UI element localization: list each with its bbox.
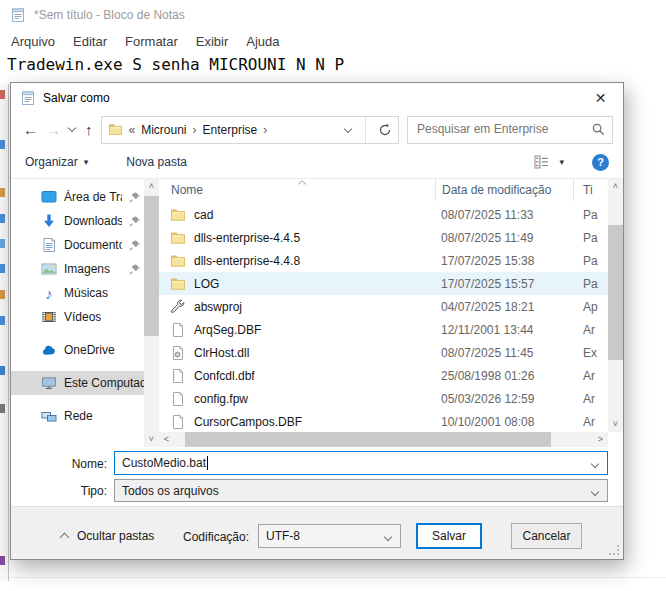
save-as-dialog: Salvar como ✕ ← → ↑ « Microuni›Enterpris… xyxy=(10,82,624,560)
network-icon xyxy=(41,408,57,424)
organize-button[interactable]: Organizar ▾ xyxy=(25,155,88,169)
menu-item-exibir[interactable]: Exibir xyxy=(187,30,238,52)
file-name: dlls-enterprise-4.4.5 xyxy=(194,231,300,245)
file-row[interactable]: LOG 17/07/2025 15:57 Pa xyxy=(159,272,608,295)
menu-item-ajuda[interactable]: Ajuda xyxy=(237,30,288,52)
file-date: 17/07/2025 15:38 xyxy=(441,254,534,268)
file-date: 08/07/2025 11:49 xyxy=(441,231,534,245)
vertical-scrollbar[interactable]: ˄ ˅ xyxy=(608,179,623,432)
refresh-button[interactable] xyxy=(372,123,398,137)
computer-icon xyxy=(41,375,57,391)
file-row[interactable]: Confcdl.dbf 25/08/1998 01:26 Ar xyxy=(159,364,608,387)
file-row[interactable]: CursorCampos.DBF 10/10/2001 08:08 Ar xyxy=(159,410,608,433)
sidebar-item-label: Rede xyxy=(64,409,93,423)
navigation-pane: Área de Traba Downloads Documentos Image… xyxy=(11,179,159,447)
file-row[interactable]: config.fpw 05/03/2026 12:59 Ar xyxy=(159,387,608,410)
dialog-title: Salvar como xyxy=(43,91,110,105)
close-button[interactable]: ✕ xyxy=(578,83,623,113)
scrollbar-thumb[interactable] xyxy=(608,225,623,360)
filename-input[interactable]: CustoMedio.bat xyxy=(114,451,608,475)
scrollbar-thumb[interactable] xyxy=(144,196,159,336)
file-row[interactable]: dlls-enterprise-4.4.5 08/07/2025 11:49 P… xyxy=(159,226,608,249)
sidebar-scrollbar[interactable]: ˄ ˅ xyxy=(144,179,159,447)
menu-item-formatar[interactable]: Formatar xyxy=(116,30,187,52)
file-row[interactable]: dlls-enterprise-4.4.8 17/07/2025 15:38 P… xyxy=(159,249,608,272)
forward-button[interactable]: → xyxy=(46,122,61,137)
sidebar-item-músicas[interactable]: ♪ Músicas xyxy=(11,281,143,305)
sidebar-item-vídeos[interactable]: Vídeos xyxy=(11,305,143,329)
hide-folders-button[interactable]: Ocultar pastas xyxy=(61,529,154,543)
back-button[interactable]: ← xyxy=(23,122,38,137)
sidebar-item-área-de-traba[interactable]: Área de Traba xyxy=(11,185,143,209)
file-date: 04/07/2025 18:21 xyxy=(441,300,534,314)
column-headers: Nome Data de modificação Ti xyxy=(159,179,608,201)
pin-icon xyxy=(129,215,141,227)
sidebar-item-imagens[interactable]: Imagens xyxy=(11,257,143,281)
sidebar-item-onedrive[interactable]: OneDrive xyxy=(11,338,143,362)
sidebar-item-label: Vídeos xyxy=(64,310,101,324)
scroll-down-icon[interactable]: ˅ xyxy=(144,432,159,447)
sidebar-item-label: Músicas xyxy=(64,286,108,300)
scroll-left-icon[interactable]: < xyxy=(159,432,174,447)
file-type: Ar xyxy=(583,369,595,383)
filetype-select[interactable]: Todos os arquivos xyxy=(114,479,608,502)
notepad-menubar: Arquivo Editar Formatar Exibir Ajuda xyxy=(2,30,666,52)
chevron-down-icon xyxy=(591,487,599,495)
scroll-down-icon[interactable]: ˅ xyxy=(608,417,623,432)
view-options-button[interactable]: ▾ xyxy=(534,155,564,169)
menu-item-arquivo[interactable]: Arquivo xyxy=(2,30,64,52)
sidebar-item-downloads[interactable]: Downloads xyxy=(11,209,143,233)
search-input[interactable] xyxy=(408,117,585,141)
sidebar-item-rede[interactable]: Rede xyxy=(11,404,143,428)
column-header-date[interactable]: Data de modificação xyxy=(436,179,574,201)
folder-icon xyxy=(170,253,186,269)
column-header-type[interactable]: Ti xyxy=(574,179,608,201)
notepad-text-content[interactable]: Tradewin.exe S senha MICROUNI N N P xyxy=(7,55,344,74)
file-row[interactable]: ArqSeg.DBF 12/11/2001 13:44 Ar xyxy=(159,318,608,341)
help-button[interactable]: ? xyxy=(592,154,609,171)
onedrive-icon xyxy=(41,342,57,358)
file-type: Ex xyxy=(583,346,597,360)
up-button[interactable]: ↑ xyxy=(85,122,93,137)
file-date: 25/08/1998 01:26 xyxy=(441,369,534,383)
dialog-titlebar[interactable]: Salvar como xyxy=(11,83,623,113)
breadcrumb: Microuni›Enterprise› xyxy=(141,123,267,137)
scrollbar-thumb[interactable] xyxy=(185,432,551,447)
file-row[interactable]: cad 08/07/2025 11:33 Pa xyxy=(159,203,608,226)
file-name: ArqSeg.DBF xyxy=(194,323,261,337)
file-list-pane: Nome Data de modificação Ti cad 08/07/20… xyxy=(159,179,623,447)
history-dropdown-icon[interactable] xyxy=(68,124,76,132)
sidebar-item-label: Documentos xyxy=(64,238,122,252)
pictures-icon xyxy=(41,261,57,277)
file-date: 08/07/2025 11:33 xyxy=(441,208,534,222)
resize-grip[interactable] xyxy=(610,546,619,555)
horizontal-scrollbar[interactable]: < > xyxy=(159,432,608,447)
breadcrumb-segment[interactable]: Enterprise xyxy=(203,123,258,137)
address-bar[interactable]: « Microuni›Enterprise› xyxy=(101,116,400,144)
breadcrumb-separator[interactable]: › xyxy=(263,123,267,137)
cancel-button[interactable]: Cancelar xyxy=(511,523,582,549)
menu-item-editar[interactable]: Editar xyxy=(64,30,116,52)
new-folder-button[interactable]: Nova pasta xyxy=(126,155,187,169)
chevron-up-icon xyxy=(60,533,70,543)
sidebar-item-documentos[interactable]: Documentos xyxy=(11,233,143,257)
sidebar-item-este-computador[interactable]: Este Computador xyxy=(11,371,159,395)
breadcrumb-segment[interactable]: Microuni xyxy=(141,123,186,137)
scroll-up-icon[interactable]: ˄ xyxy=(144,179,159,194)
dialog-footer: Ocultar pastas Codificação: UTF-8 Salvar… xyxy=(11,506,623,559)
encoding-select[interactable]: UTF-8 xyxy=(258,524,401,548)
scroll-up-icon[interactable]: ˄ xyxy=(608,179,623,194)
breadcrumb-separator[interactable]: › xyxy=(193,123,197,137)
sidebar-item-label: Downloads xyxy=(64,214,122,228)
encoding-label: Codificação: xyxy=(183,530,249,544)
file-row[interactable]: ClrHost.dll 08/07/2025 11:45 Ex xyxy=(159,341,608,364)
file-date: 12/11/2001 13:44 xyxy=(441,323,534,337)
save-button[interactable]: Salvar xyxy=(416,523,482,549)
address-dropdown-icon[interactable] xyxy=(344,124,352,132)
file-type: Ar xyxy=(583,323,595,337)
scroll-right-icon[interactable]: > xyxy=(593,432,608,447)
refresh-icon xyxy=(378,123,392,137)
search-icon[interactable] xyxy=(591,122,606,137)
sidebar-item-label: OneDrive xyxy=(64,343,115,357)
file-row[interactable]: abswproj 04/07/2025 18:21 Ap xyxy=(159,295,608,318)
